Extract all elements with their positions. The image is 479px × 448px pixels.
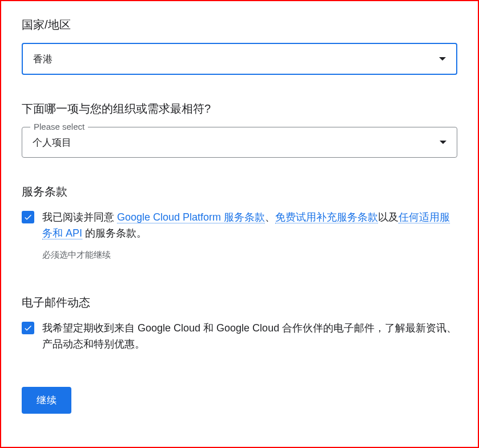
email-section: 电子邮件动态 我希望定期收到来自 Google Cloud 和 Google C… xyxy=(22,295,457,353)
org-type-value: 个人项目 xyxy=(33,136,440,149)
terms-section: 服务条款 我已阅读并同意 Google Cloud Platform 服务条款、… xyxy=(22,184,457,261)
terms-text: 我已阅读并同意 Google Cloud Platform 服务条款、免费试用补… xyxy=(42,210,457,242)
email-checkbox[interactable] xyxy=(22,322,34,334)
email-checkbox-row: 我希望定期收到来自 Google Cloud 和 Google Cloud 合作… xyxy=(22,321,457,353)
org-type-floating-label: Please select xyxy=(30,122,88,131)
gcp-terms-link[interactable]: Google Cloud Platform 服务条款 xyxy=(117,211,265,223)
org-type-section: 下面哪一项与您的组织或需求最相符? Please select 个人项目 xyxy=(22,101,457,158)
country-section: 国家/地区 香港 xyxy=(22,17,457,75)
check-icon xyxy=(23,213,33,222)
org-type-label: 下面哪一项与您的组织或需求最相符? xyxy=(22,101,457,117)
org-type-select[interactable]: Please select 个人项目 xyxy=(22,127,457,158)
country-value: 香港 xyxy=(33,53,439,66)
email-label: 电子邮件动态 xyxy=(22,295,457,310)
continue-button[interactable]: 继续 xyxy=(22,387,71,414)
terms-helper: 必须选中才能继续 xyxy=(42,250,457,261)
free-trial-terms-link[interactable]: 免费试用补充服务条款 xyxy=(275,211,378,223)
terms-checkbox[interactable] xyxy=(22,211,34,223)
terms-label: 服务条款 xyxy=(22,184,457,199)
email-text: 我希望定期收到来自 Google Cloud 和 Google Cloud 合作… xyxy=(42,321,457,353)
chevron-down-icon xyxy=(440,141,446,144)
country-select[interactable]: 香港 xyxy=(22,43,457,75)
terms-checkbox-row: 我已阅读并同意 Google Cloud Platform 服务条款、免费试用补… xyxy=(22,210,457,242)
chevron-down-icon xyxy=(439,57,446,61)
country-label: 国家/地区 xyxy=(22,17,457,33)
form-container: 国家/地区 香港 下面哪一项与您的组织或需求最相符? Please select… xyxy=(0,0,479,448)
check-icon xyxy=(23,323,33,333)
